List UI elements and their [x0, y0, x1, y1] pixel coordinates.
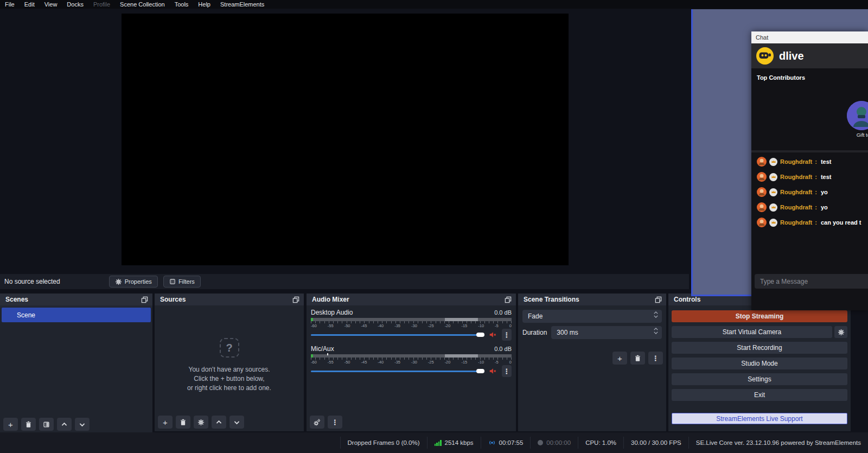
advanced-audio-button[interactable]: [310, 416, 324, 429]
streamelements-support-button[interactable]: StreamElements Live Support: [672, 413, 847, 424]
user-avatar: [757, 172, 767, 182]
mute-speaker-icon[interactable]: [489, 367, 496, 375]
channel-name: Mic/Aux: [311, 345, 334, 353]
transition-menu-button[interactable]: ⋮: [648, 352, 663, 365]
trash-icon: [634, 355, 641, 362]
chat-message-input[interactable]: [755, 274, 868, 289]
menu-streamelements[interactable]: StreamElements: [215, 1, 269, 8]
scene-transitions-panel-header: Scene Transitions: [518, 294, 666, 305]
chat-body: Top Contributors Gift to Roughdraft : te…: [751, 68, 868, 310]
studio-mode-button[interactable]: Studio Mode: [672, 358, 847, 369]
chat-username[interactable]: Roughdraft: [780, 189, 812, 195]
move-scene-down-button[interactable]: [75, 418, 90, 431]
add-source-button[interactable]: +: [158, 416, 173, 429]
spinbox-arrows-icon[interactable]: [654, 328, 658, 334]
menu-file[interactable]: File: [0, 1, 20, 8]
move-source-up-button[interactable]: [212, 416, 226, 429]
chat-message: Roughdraft : yo: [757, 184, 868, 200]
popout-icon[interactable]: [655, 296, 662, 303]
channel-menu-button[interactable]: ⋮: [502, 329, 512, 341]
menu-edit[interactable]: Edit: [20, 1, 40, 8]
stream-time-status: 00:07:55: [481, 437, 531, 449]
popout-icon[interactable]: [292, 296, 299, 303]
properties-button[interactable]: Properties: [109, 276, 158, 288]
start-recording-button[interactable]: Start Recording: [672, 342, 847, 354]
virtual-camera-settings-button[interactable]: [834, 326, 847, 338]
remove-scene-button[interactable]: [21, 418, 36, 431]
volume-slider-handle[interactable]: [476, 369, 484, 373]
menu-tools[interactable]: Tools: [170, 1, 194, 8]
contributor-avatar[interactable]: [847, 101, 868, 130]
chat-username[interactable]: Roughdraft: [780, 174, 812, 180]
channel-level: 0.0 dB: [494, 309, 512, 316]
chat-username[interactable]: Roughdraft: [780, 204, 812, 210]
meter-scale: -60-55-50-45-40-35-30-25-20-15-10-50: [311, 323, 512, 328]
transition-select[interactable]: Fade: [522, 310, 662, 323]
chat-message: Roughdraft : yo: [757, 200, 868, 215]
select-arrows-icon[interactable]: [654, 311, 658, 318]
remove-transition-button[interactable]: [630, 352, 645, 365]
scenes-panel: Scenes Scene +: [0, 294, 152, 431]
chat-username[interactable]: Roughdraft: [780, 158, 812, 165]
chat-divider: [751, 150, 868, 152]
controls-panel: Controls Stop Streaming Start Virtual Ca…: [668, 294, 851, 431]
stop-streaming-button[interactable]: Stop Streaming: [672, 310, 847, 322]
mute-speaker-icon[interactable]: [489, 331, 496, 339]
volume-slider-handle[interactable]: [476, 333, 484, 337]
sources-toolbar: +: [158, 416, 244, 429]
menu-profile[interactable]: Profile: [88, 1, 115, 8]
menu-help[interactable]: Help: [193, 1, 215, 8]
start-virtual-camera-button[interactable]: Start Virtual Camera: [672, 326, 832, 338]
scene-filters-button[interactable]: [39, 418, 54, 431]
menu-view[interactable]: View: [40, 1, 62, 8]
popout-icon[interactable]: [141, 296, 148, 303]
scene-transitions-panel: Scene Transitions Fade Duration 300 ms: [518, 294, 666, 431]
chevron-down-icon: [233, 419, 240, 426]
no-source-label: No source selected: [4, 278, 60, 285]
chevron-up-icon: [215, 419, 222, 426]
chat-title: Chat: [756, 34, 768, 41]
source-toolbar: No source selected Properties Filters: [0, 274, 689, 289]
add-transition-button[interactable]: +: [612, 352, 627, 365]
user-avatar: [757, 202, 767, 212]
chat-message-list[interactable]: Roughdraft : test Roughdraft : test Roug…: [757, 154, 868, 230]
preview-canvas[interactable]: [122, 14, 569, 265]
chat-text: yo: [821, 204, 828, 210]
channel-menu-button[interactable]: ⋮: [502, 365, 512, 377]
signal-bars-icon: [435, 440, 442, 446]
sources-empty-line: Click the + button below,: [155, 374, 304, 384]
filters-button[interactable]: Filters: [163, 276, 201, 288]
settings-button[interactable]: Settings: [672, 373, 847, 385]
menu-docks[interactable]: Docks: [62, 1, 88, 8]
mixer-toolbar: ⋮: [310, 416, 342, 429]
fps-status: 30.00 / 30.00 FPS: [623, 437, 688, 449]
menu-scene-collection[interactable]: Scene Collection: [115, 1, 170, 8]
volume-slider[interactable]: [311, 368, 484, 374]
chat-titlebar[interactable]: Chat: [751, 31, 868, 43]
move-source-down-button[interactable]: [229, 416, 244, 429]
exit-button[interactable]: Exit: [672, 389, 847, 401]
chat-username[interactable]: Roughdraft: [780, 219, 812, 226]
scene-filters-icon: [43, 421, 50, 428]
source-properties-button[interactable]: [194, 416, 208, 429]
obs-window: File Edit View Docks Profile Scene Colle…: [0, 0, 868, 453]
sources-title: Sources: [160, 296, 186, 303]
live-broadcast-icon: [488, 439, 496, 446]
menu-bar: File Edit View Docks Profile Scene Colle…: [0, 0, 868, 9]
remove-source-button[interactable]: [176, 416, 190, 429]
add-scene-button[interactable]: +: [3, 418, 18, 431]
duration-label: Duration: [522, 329, 547, 336]
mixer-menu-button[interactable]: ⋮: [328, 416, 342, 429]
popout-icon[interactable]: [505, 296, 512, 303]
sources-list[interactable]: ? You don't have any sources. Click the …: [155, 305, 304, 431]
volume-slider[interactable]: [311, 332, 484, 337]
duration-spinbox[interactable]: 300 ms: [551, 326, 662, 339]
audio-mixer-body: Desktop Audio 0.0 dB -60-55-50-45-40-35-…: [307, 305, 516, 431]
move-scene-up-button[interactable]: [57, 418, 72, 431]
scene-list-item[interactable]: Scene: [2, 308, 151, 322]
volume-meter: [311, 318, 512, 321]
crown-badge-icon: [769, 219, 777, 227]
scenes-list: Scene +: [0, 308, 152, 433]
top-contributors-heading: Top Contributors: [751, 68, 868, 81]
chat-message: Roughdraft : test: [757, 169, 868, 184]
